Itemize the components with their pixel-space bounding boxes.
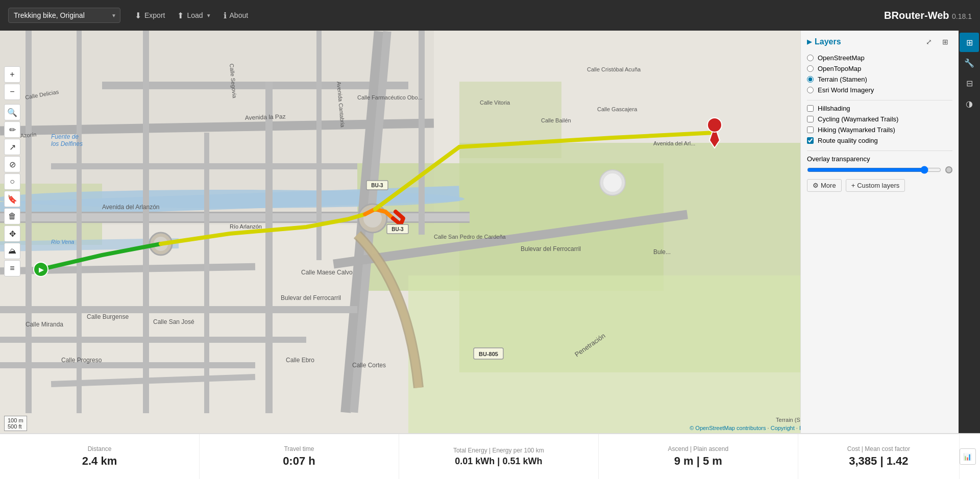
map-svg: ▶ Avenida la Paz Avenida del Arlanzón Rí…: [0, 31, 822, 433]
load-dropdown-icon: ▼: [206, 13, 211, 18]
svg-point-37: [707, 118, 722, 132]
svg-text:BU-3: BU-3: [391, 226, 404, 232]
layer-terrain-label: Terrain (Stamen): [818, 75, 867, 83]
layers-title: Layers: [815, 37, 841, 46]
svg-text:los Delfines: los Delfines: [51, 140, 83, 147]
stat-energy-label: Total Energy | Energy per 100 km: [453, 447, 544, 454]
search-button[interactable]: 🔍: [4, 104, 20, 120]
svg-text:Calle Vitoria: Calle Vitoria: [480, 99, 510, 106]
layers-divider: [807, 100, 952, 100]
export-label: Export: [144, 11, 165, 19]
svg-text:Calle Maese Calvo: Calle Maese Calvo: [301, 269, 353, 276]
svg-rect-25: [143, 31, 149, 413]
layer-osm-radio[interactable]: [807, 55, 814, 61]
overlay-cycling-item[interactable]: Cycling (Waymarked Trails): [807, 115, 952, 123]
layers-grid-button[interactable]: ⊞: [938, 35, 952, 49]
svg-point-73: [603, 173, 622, 192]
load-button[interactable]: ⬆ Load ▼: [171, 8, 217, 23]
osm-attribution-link[interactable]: © OpenStreetMap contributors: [690, 425, 766, 431]
terrain-view-button[interactable]: ⛰: [4, 243, 20, 259]
layer-terrain-item[interactable]: Terrain (Stamen): [807, 75, 952, 83]
overlay-hiking-checkbox[interactable]: [807, 127, 814, 133]
delete-button[interactable]: 🗑: [4, 208, 20, 224]
bookmark-button[interactable]: 🔖: [4, 191, 20, 207]
app-name: BRouter-Web: [884, 10, 949, 21]
overlay-layers-group: Hillshading Cycling (Waymarked Trails) H…: [807, 105, 952, 144]
more-button[interactable]: ⚙ More: [807, 179, 842, 192]
layer-otm-item[interactable]: OpenTopoMap: [807, 65, 952, 72]
layers-fullscreen-button[interactable]: ⤢: [922, 35, 936, 49]
about-button[interactable]: ℹ About: [217, 8, 255, 23]
nogo-button[interactable]: ⊘: [4, 156, 20, 172]
overlay-hiking-label: Hiking (Waymarked Trails): [818, 126, 895, 134]
svg-rect-21: [0, 362, 255, 368]
custom-layers-button[interactable]: + Custom layers: [846, 179, 905, 192]
layer-esri-radio[interactable]: [807, 87, 814, 93]
export-button[interactable]: ⬇ Export: [129, 8, 171, 23]
svg-text:Bulevar del Ferrocarril: Bulevar del Ferrocarril: [281, 294, 341, 301]
load-icon: ⬆: [177, 11, 184, 20]
table-panel-icon[interactable]: ⊟: [960, 73, 979, 93]
more-custom-row: ⚙ More + Custom layers: [807, 179, 952, 192]
overlay-route-quality-item[interactable]: Route quality coding: [807, 137, 952, 144]
svg-text:Calle Burgense: Calle Burgense: [87, 313, 129, 320]
stat-ascend-value: 9 m | 5 m: [674, 455, 722, 468]
waypoint-button[interactable]: ○: [4, 173, 20, 190]
stat-travel-time-label: Travel time: [284, 445, 314, 452]
overlay-cycling-checkbox[interactable]: [807, 116, 814, 122]
layer-esri-label: Esri World Imagery: [818, 86, 874, 94]
overlay-hillshading-checkbox[interactable]: [807, 105, 814, 112]
svg-text:Río Arlanzón: Río Arlanzón: [230, 223, 262, 230]
zoom-out-button[interactable]: −: [4, 84, 20, 100]
overlay-transparency-slider[interactable]: [807, 166, 941, 174]
tools-panel-icon[interactable]: 🔧: [960, 53, 979, 72]
overlay-route-quality-checkbox[interactable]: [807, 137, 814, 144]
layers-panel-content: ▶ Layers ⤢ ⊞ OpenStreetMap OpenTopoMap T…: [801, 31, 959, 196]
layer-otm-radio[interactable]: [807, 65, 814, 72]
overlay-cycling-label: Cycling (Waymarked Trails): [818, 115, 898, 123]
profile-select[interactable]: Trekking bike, Original Trekking bike, F…: [8, 8, 120, 23]
svg-text:Calle Cortes: Calle Cortes: [352, 362, 386, 369]
svg-rect-20: [0, 337, 306, 343]
stat-distance-label: Distance: [88, 445, 112, 452]
chart-panel-icon[interactable]: ◑: [960, 94, 979, 113]
move-button[interactable]: ✥: [4, 225, 20, 242]
map-attribution: © OpenStreetMap contributors · Copyright…: [690, 425, 818, 431]
layer-esri-item[interactable]: Esri World Imagery: [807, 86, 952, 94]
overlay-hiking-item[interactable]: Hiking (Waymarked Trails): [807, 126, 952, 134]
svg-rect-27: [265, 82, 273, 413]
right-panel: ▶ Layers ⤢ ⊞ OpenStreetMap OpenTopoMap T…: [800, 31, 959, 433]
svg-text:Calle Bailén: Calle Bailén: [541, 117, 571, 123]
svg-text:Fuente de: Fuente de: [51, 133, 79, 140]
stat-distance-value: 2.4 km: [82, 455, 117, 468]
panel-icons: ⊞ 🔧 ⊟ ◑: [959, 31, 980, 433]
stat-travel-time-value: 0:07 h: [283, 455, 315, 468]
svg-text:Calle Farmacéutico Obo...: Calle Farmacéutico Obo...: [357, 94, 423, 100]
load-label: Load: [187, 11, 203, 19]
svg-text:Bule...: Bule...: [653, 248, 671, 256]
draw-button[interactable]: ✏: [4, 121, 20, 138]
export-icon: ⬇: [135, 11, 141, 20]
svg-rect-19: [0, 306, 357, 313]
handle-button[interactable]: ≡: [4, 260, 20, 276]
map-container[interactable]: ▶ Avenida la Paz Avenida del Arlanzón Rí…: [0, 31, 822, 433]
layers-expand-icon[interactable]: ▶: [807, 38, 812, 45]
svg-text:Calle Cristóbal Acuña: Calle Cristóbal Acuña: [587, 66, 641, 72]
svg-text:Avenida del Arlanzón: Avenida del Arlanzón: [102, 204, 160, 211]
layer-terrain-radio[interactable]: [807, 76, 814, 83]
elevation-chart-button[interactable]: 📊: [960, 448, 976, 465]
zoom-in-button[interactable]: +: [4, 66, 20, 83]
stat-cost: Cost | Mean cost factor 3,385 | 1.42: [798, 434, 960, 479]
copyright-link[interactable]: Copyright: [771, 425, 795, 431]
layers-panel-icon[interactable]: ⊞: [960, 33, 979, 52]
layers-panel-header: ▶ Layers ⤢ ⊞: [807, 35, 952, 49]
scale-500ft: 500 ft: [8, 423, 23, 430]
routing-button[interactable]: ↗: [4, 139, 20, 155]
layer-osm-item[interactable]: OpenStreetMap: [807, 54, 952, 62]
overlay-hillshading-item[interactable]: Hillshading: [807, 105, 952, 112]
custom-icon: +: [851, 182, 855, 189]
left-toolbar: + − 🔍 ✏ ↗ ⊘ ○ 🔖 🗑 ✥ ⛰ ≡: [4, 66, 20, 276]
info-icon: ℹ: [224, 11, 227, 20]
stat-energy-value: 0.01 kWh | 0.51 kWh: [455, 456, 542, 467]
about-label: About: [230, 11, 249, 19]
